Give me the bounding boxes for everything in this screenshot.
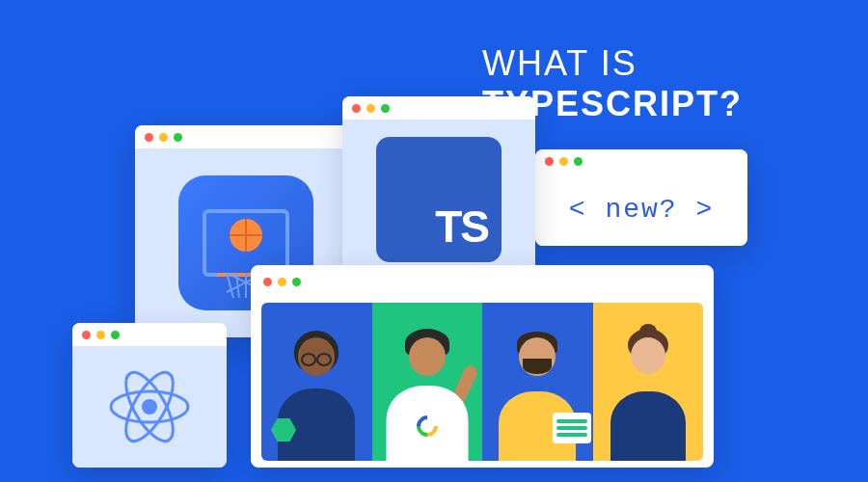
window-dot-yellow: [366, 104, 375, 113]
window-dot-yellow: [278, 278, 286, 286]
svg-point-7: [142, 399, 157, 415]
window-dot-green: [292, 278, 301, 286]
person-illustration-4: [593, 303, 704, 461]
react-logo-icon: [101, 359, 198, 455]
window-dot-red: [545, 157, 554, 166]
window-dot-red: [352, 104, 361, 113]
window-dot-green: [574, 157, 583, 166]
typescript-logo-icon: TS: [376, 137, 502, 262]
person-illustration-2: [372, 303, 483, 461]
window-dot-green: [174, 133, 182, 142]
window-titlebar: [135, 125, 357, 148]
window-titlebar: [342, 96, 535, 120]
window-titlebar: [254, 268, 711, 295]
headline-line-1: WHAT IS: [482, 43, 743, 84]
window-dot-green: [111, 331, 120, 339]
window-dot-red: [145, 133, 153, 142]
window-body: [72, 346, 227, 468]
code-snippet-text: < new? >: [535, 173, 747, 246]
window-body: [254, 295, 711, 468]
card-icon: [553, 413, 591, 443]
window-dot-yellow: [559, 157, 568, 166]
person-illustration-1: [261, 303, 372, 461]
window-dot-yellow: [96, 331, 105, 339]
window-team-illustration: [251, 265, 714, 468]
window-typescript-logo: TS: [342, 96, 535, 280]
basketball-icon: [230, 219, 262, 252]
window-dot-yellow: [159, 133, 168, 142]
window-dot-red: [263, 278, 272, 286]
window-titlebar: [535, 149, 747, 173]
team-grid: [261, 303, 703, 461]
window-dot-red: [82, 331, 91, 339]
window-dot-green: [381, 104, 390, 113]
window-body: TS: [342, 120, 535, 280]
window-titlebar: [72, 323, 227, 346]
person-illustration-3: [482, 303, 593, 461]
window-code-snippet: < new? >: [535, 149, 747, 246]
window-react-logo: [72, 323, 227, 468]
